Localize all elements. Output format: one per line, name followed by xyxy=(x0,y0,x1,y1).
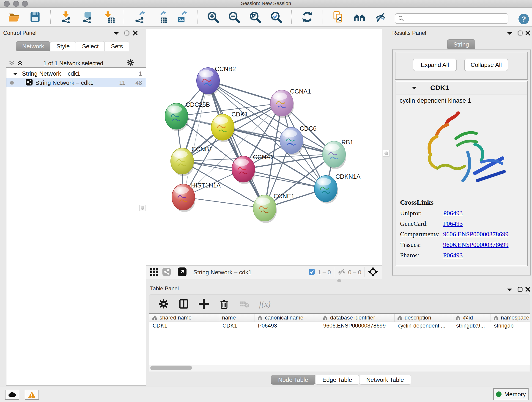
table-panel-close-icon[interactable] xyxy=(525,287,531,293)
edge-layer xyxy=(177,81,334,208)
table-hscrollbar[interactable] xyxy=(149,365,530,371)
first-neighbors-icon[interactable] xyxy=(353,11,366,23)
node-ccna2[interactable] xyxy=(232,156,255,184)
search-input[interactable] xyxy=(404,15,501,22)
export-image-icon[interactable] xyxy=(176,11,188,23)
edge-CCNB2-HIST1H1A[interactable] xyxy=(183,81,208,197)
open-session-icon[interactable] xyxy=(8,11,20,23)
crosslink-link[interactable]: 9606.ENSP00000378699 xyxy=(443,230,508,238)
tab-string[interactable]: String xyxy=(447,39,475,50)
zoom-fit-icon[interactable] xyxy=(249,11,261,23)
hidden-eye-icon[interactable] xyxy=(337,268,346,276)
cell-description[interactable]: cyclin-dependent ... xyxy=(394,322,453,330)
entry-collapse-icon[interactable] xyxy=(412,86,417,90)
node-cdc25b[interactable] xyxy=(165,103,189,131)
results-panel-close-icon[interactable] xyxy=(525,30,531,37)
bottom-splitter-handle[interactable] xyxy=(337,279,341,282)
grid-view-icon[interactable] xyxy=(150,268,158,277)
cell--id[interactable]: stringdb:9... xyxy=(453,322,491,330)
export-table-icon[interactable] xyxy=(154,11,167,23)
node-ccnb1[interactable] xyxy=(171,148,194,176)
function-builder-icon[interactable]: f(x) xyxy=(259,299,271,309)
tab-node-table[interactable]: Node Table xyxy=(271,375,315,385)
import-network-icon[interactable] xyxy=(60,11,72,23)
results-panel-collapse-icon[interactable] xyxy=(507,32,513,36)
cell-canonical-name[interactable]: P06493 xyxy=(255,322,320,330)
tab-edge-table[interactable]: Edge Table xyxy=(315,375,359,385)
results-panel-float-icon[interactable] xyxy=(517,30,523,37)
add-column-icon[interactable] xyxy=(199,299,209,309)
column-header-database-identifier[interactable]: database identifier xyxy=(320,314,394,322)
zoom-in-icon[interactable] xyxy=(207,11,219,23)
hscroll-thumb[interactable] xyxy=(150,366,192,370)
edge-HIST1H1A-CCNE1[interactable] xyxy=(183,197,265,208)
crosslink-link[interactable]: P06493 xyxy=(443,220,463,227)
network-row-selected[interactable]: String Network – cdk1 11 48 xyxy=(6,78,146,87)
tab-network[interactable]: Network xyxy=(16,41,50,51)
tab-network-table[interactable]: Network Table xyxy=(359,375,411,385)
column-header-canonical-name[interactable]: canonical name xyxy=(255,314,320,322)
window-title: Session: New Session xyxy=(0,0,532,6)
edge-CCNB2-CCNE1[interactable] xyxy=(208,81,265,208)
table-panel-collapse-icon[interactable] xyxy=(507,288,513,293)
control-panel-collapse-icon[interactable] xyxy=(113,32,119,36)
tree-expand-icon[interactable] xyxy=(13,70,18,77)
search-box[interactable] xyxy=(395,13,508,24)
help-icon[interactable]: ? xyxy=(519,14,529,24)
network-collection-row[interactable]: String Network – cdk1 1 xyxy=(6,69,146,78)
expand-all-tree-icon[interactable] xyxy=(17,60,23,67)
import-database-icon[interactable] xyxy=(81,11,94,23)
crosslink-link[interactable]: P06493 xyxy=(443,252,463,259)
network-canvas[interactable]: CCNB2CCNA1CDC25BCDK1CDC6RB1CCNB1CCNA2CDK… xyxy=(146,29,382,265)
hide-selected-icon[interactable] xyxy=(374,11,387,23)
selected-checkbox-icon[interactable] xyxy=(308,268,315,276)
cell-shared-name[interactable]: CDK1 xyxy=(149,322,219,330)
delete-column-icon[interactable] xyxy=(219,299,229,309)
delete-table-icon[interactable] xyxy=(239,299,249,309)
birds-eye-toggle-icon[interactable] xyxy=(368,267,378,278)
table-gear-icon[interactable] xyxy=(158,299,169,309)
right-splitter-handle[interactable] xyxy=(383,150,389,157)
export-network-icon[interactable] xyxy=(133,11,146,23)
crosslink-link[interactable]: 9606.ENSP00000378699 xyxy=(443,241,508,249)
cell-database-identifier[interactable]: 9606.ENSP00000378699 xyxy=(320,322,394,330)
import-table-icon[interactable] xyxy=(102,11,114,23)
cell-name[interactable]: CDK1 xyxy=(219,322,255,330)
left-splitter-handle[interactable] xyxy=(139,205,146,211)
tab-style[interactable]: Style xyxy=(50,41,76,51)
cloud-button[interactable] xyxy=(5,390,19,400)
warning-button[interactable] xyxy=(25,390,39,400)
table-panel-float-icon[interactable] xyxy=(517,287,523,293)
zoom-out-icon[interactable] xyxy=(228,11,240,23)
node-cdk1[interactable] xyxy=(211,114,235,142)
control-panel-close-icon[interactable] xyxy=(133,30,138,37)
cell-namespace[interactable]: stringdb xyxy=(491,322,532,330)
column-header--id[interactable]: @id xyxy=(453,314,491,322)
entry-header[interactable]: CDK1 xyxy=(396,82,527,95)
memory-button[interactable]: Memory xyxy=(493,388,529,400)
column-header-shared-name[interactable]: shared name xyxy=(149,314,219,322)
control-panel-float-icon[interactable] xyxy=(124,30,130,37)
show-columns-icon[interactable] xyxy=(178,299,189,309)
new-network-from-selection-icon[interactable] xyxy=(332,11,345,23)
node-cdkn1a[interactable] xyxy=(314,176,338,204)
open-in-window-icon[interactable] xyxy=(177,267,187,277)
edge-CCNA2-CDKN1A[interactable] xyxy=(243,169,326,189)
column-header-name[interactable]: name xyxy=(219,314,255,322)
column-header-namespace[interactable]: namespace xyxy=(491,314,532,322)
network-options-gear-icon[interactable] xyxy=(127,59,134,67)
refresh-icon[interactable] xyxy=(301,11,313,23)
crosslink-link[interactable]: P06493 xyxy=(443,210,463,217)
collapse-all-tree-icon[interactable] xyxy=(9,60,15,67)
expand-all-button[interactable]: Expand All xyxy=(413,59,457,71)
tab-select[interactable]: Select xyxy=(76,41,105,51)
collapse-all-button[interactable]: Collapse All xyxy=(464,59,508,71)
crosslinks-title: CrossLinks xyxy=(400,198,508,206)
node-label-rb1: RB1 xyxy=(341,139,354,146)
share-view-icon[interactable] xyxy=(162,268,171,277)
save-session-icon[interactable] xyxy=(29,11,41,23)
zoom-selected-icon[interactable] xyxy=(270,11,282,23)
node-ccne1[interactable] xyxy=(253,195,277,223)
tab-sets[interactable]: Sets xyxy=(105,41,129,51)
column-header-description[interactable]: description xyxy=(394,314,453,322)
